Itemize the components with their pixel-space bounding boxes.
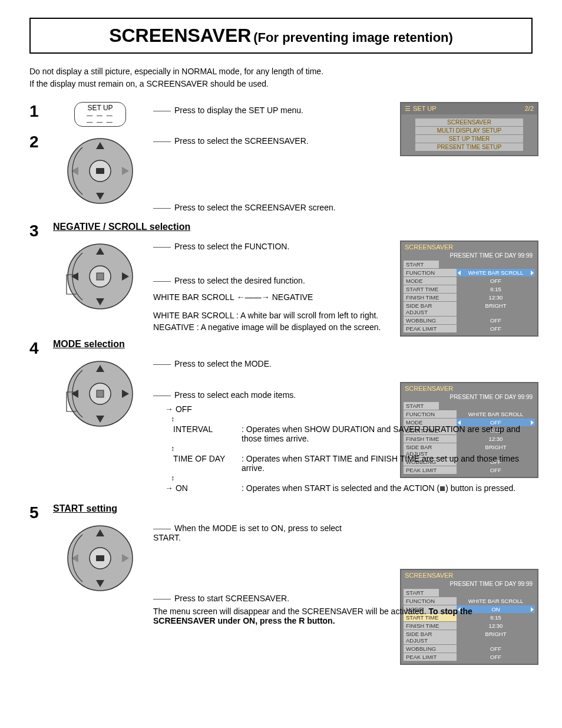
mode-desc-interval: : Operates when SHOW DURATION and SAVER … (242, 424, 533, 443)
mode-opt-tod: TIME OF DAY (173, 454, 225, 463)
desc-wbs: WHITE BAR SCROLL : A white bar will scro… (153, 310, 533, 322)
mode-opt-interval: INTERVAL (173, 424, 213, 434)
osd-row-label: SIDE BAR ADJUST (404, 630, 457, 644)
dpad-figure (53, 520, 147, 597)
svg-rect-16 (97, 390, 104, 397)
dpad-figure (53, 238, 147, 315)
step4-instruction-b: Press to select each mode items. (153, 390, 533, 400)
mode-opt-off: OFF (176, 404, 192, 414)
step1-instruction: Press to display the SET UP menu. (153, 106, 533, 115)
step5-title: START setting (53, 503, 533, 514)
step-number: 3 (29, 222, 53, 333)
desc-neg: NEGATIVE : A negative image will be disp… (153, 322, 533, 334)
dpad-icon (62, 355, 138, 432)
svg-rect-9 (97, 273, 104, 280)
step-number: 4 (29, 339, 53, 498)
range-right: NEGATIVE (272, 292, 313, 302)
page-title-sub: (For preventing image retention) (253, 30, 453, 45)
mode-cycle-diagram: → OFF ↕ INTERVAL : Operates when SHOW DU… (165, 404, 533, 493)
step-number: 5 (29, 503, 53, 629)
setup-button-icon: SET UP — — —— — — (74, 102, 126, 127)
osd-row-label: WOBBLING (404, 645, 457, 653)
dpad-icon (62, 133, 138, 209)
step3-descriptions: WHITE BAR SCROLL : A white bar will scro… (153, 310, 533, 333)
step-number: 1 (29, 102, 53, 127)
setup-button-figure: SET UP — — —— — — (53, 102, 147, 127)
step2-instruction-a: Press to select the SCREENSAVER. (153, 136, 533, 146)
step3-title: NEGATIVE / SCROLL selection (53, 222, 533, 232)
range-left: WHITE BAR SCROLL (153, 292, 234, 302)
svg-rect-6 (96, 168, 104, 174)
step-number: 2 (29, 133, 53, 216)
step5-instruction-a: When the MODE is set to ON, press to sel… (153, 523, 342, 542)
dpad-icon (62, 238, 138, 315)
setup-button-label: SET UP (87, 104, 114, 112)
step4-title: MODE selection (53, 339, 533, 350)
step3-instruction-a: Press to select the FUNCTION. (153, 242, 533, 251)
page-title-box: SCREENSAVER (For preventing image retent… (29, 18, 533, 54)
step5-instruction-b: Press to start SCREENSAVER. (153, 594, 533, 603)
mode-opt-on: ON (176, 483, 188, 493)
step3-range: WHITE BAR SCROLL ←——→ NEGATIVE (153, 292, 313, 302)
step-2: 2 Press to select the SCR (29, 133, 533, 216)
step4-instruction-a: Press to select the MODE. (153, 359, 533, 368)
page-title-main: SCREENSAVER (109, 25, 251, 46)
step-1: 1 SET UP — — —— — — Press to display the… (29, 102, 533, 127)
mode-desc-on: : Operates when START is selected and th… (242, 483, 533, 493)
updown-icon: ↕ (171, 415, 533, 423)
intro-text: Do not display a still picture, especial… (29, 65, 533, 90)
osd-row-label: PEAK LIMIT (404, 653, 457, 661)
mode-desc-tod: : Operates when START TIME and FINISH TI… (242, 454, 533, 473)
updown-icon: ↕ (171, 474, 533, 482)
dpad-figure (53, 355, 147, 432)
step-3: 3 NEGATIVE / SCROLL selection (29, 222, 533, 333)
double-arrow-icon: ←——→ (237, 292, 270, 302)
step3-instruction-b: Press to select the desired function. (153, 276, 533, 285)
osd-row-value: OFF (457, 653, 535, 661)
updown-icon: ↕ (171, 444, 533, 453)
dpad-figure (53, 133, 147, 209)
intro-line1: Do not display a still picture, especial… (29, 65, 533, 78)
step2-instruction-b: Press to select the SCREENSAVER screen. (153, 203, 533, 212)
osd-row-value: OFF (457, 645, 535, 653)
intro-line2: If the display must remain on, a SCREENS… (29, 78, 533, 90)
step-4: 4 MODE selection (29, 339, 533, 498)
stop-square-icon (440, 486, 445, 491)
step5-instruction-c: The menu screen will disappear and the S… (153, 607, 533, 625)
dpad-icon (62, 520, 138, 597)
step-5: 5 START setting Whe (29, 503, 533, 629)
svg-rect-27 (96, 555, 104, 561)
osd-row-value: BRIGHT (457, 630, 535, 644)
